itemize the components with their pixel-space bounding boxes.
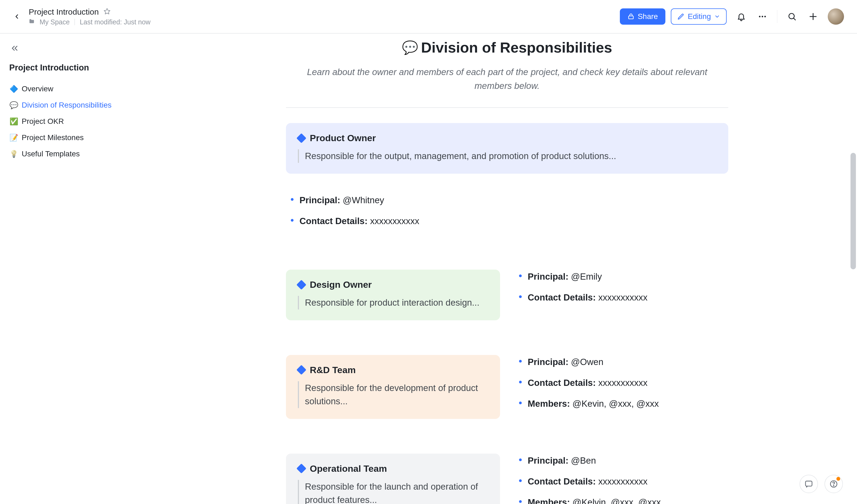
document-title[interactable]: Project Introduction [29, 7, 99, 17]
share-label: Share [638, 12, 658, 21]
share-button[interactable]: Share [620, 9, 666, 25]
list-item: Principal: @Ben [528, 454, 728, 467]
bullet-label: Contact Details: [528, 476, 596, 486]
callout-title: Operational Team [310, 463, 387, 474]
bullet-value: xxxxxxxxxxx [596, 476, 648, 486]
checkmark-icon: ✅ [9, 117, 18, 126]
new-button[interactable] [807, 10, 820, 23]
bullet-value: @Kelvin, @xxx, @xxx [570, 497, 661, 504]
bullet-value: xxxxxxxxxxx [596, 292, 648, 302]
toc-item-milestones[interactable]: 📝 Project Milestones [9, 130, 168, 146]
double-chevron-left-icon [11, 44, 19, 52]
back-button[interactable] [11, 11, 23, 22]
callout-body: Responsible for product interaction desi… [298, 296, 488, 309]
row-design-owner: Design Owner Responsible for product int… [286, 270, 728, 320]
bullet-value: @Kevin, @xxx, @xxx [570, 399, 659, 409]
bullet-value: xxxxxxxxxxx [368, 216, 419, 226]
toc-label: Overview [22, 85, 53, 93]
document-column: 💬 Division of Responsibilities Learn abo… [286, 34, 728, 504]
bullet-value: @Whitney [340, 195, 384, 205]
outline-sidebar: Project Introduction 🔷 Overview 💬 Divisi… [0, 34, 168, 504]
speech-bubble-icon: 💬 [402, 40, 418, 55]
rnd-team-details: Principal: @Owen Contact Details: xxxxxx… [514, 355, 728, 418]
last-modified-text: Last modified: Just now [80, 18, 150, 26]
design-owner-details: Principal: @Emily Contact Details: xxxxx… [514, 270, 728, 311]
svg-point-3 [761, 16, 763, 17]
star-icon[interactable] [103, 8, 111, 16]
toc-item-division[interactable]: 💬 Division of Responsibilities [9, 97, 168, 113]
lightbulb-icon: 💡 [9, 150, 18, 158]
document-scroll-area[interactable]: 💬 Division of Responsibilities Learn abo… [168, 34, 857, 504]
bullet-label: Principal: [528, 271, 568, 282]
floating-toolbar [800, 475, 843, 493]
speech-bubble-icon: 💬 [9, 101, 18, 110]
list-item: Members: @Kevin, @xxx, @xxx [528, 397, 728, 410]
editing-mode-label: Editing [688, 12, 711, 21]
svg-rect-9 [806, 481, 812, 486]
toc-item-okr[interactable]: ✅ Project OKR [9, 113, 168, 130]
folder-icon [29, 18, 35, 26]
ellipsis-icon [758, 12, 767, 21]
bullet-label: Principal: [300, 195, 340, 205]
toc-item-overview[interactable]: 🔷 Overview [9, 81, 168, 97]
svg-point-4 [764, 16, 766, 17]
toc-label: Division of Responsibilities [22, 101, 112, 110]
callout-body: Responsible for the development of produ… [298, 381, 488, 408]
chevron-left-icon [13, 13, 20, 20]
share-icon [627, 13, 635, 20]
toc-label: Project OKR [22, 117, 64, 126]
title-block: Project Introduction My Space Last modif… [29, 7, 150, 26]
list-item: Contact Details: xxxxxxxxxxx [528, 290, 728, 304]
pencil-icon [677, 13, 684, 20]
list-item: Members: @Kelvin, @xxx, @xxx [528, 495, 728, 504]
breadcrumb-separator [74, 19, 75, 25]
bullet-label: Members: [528, 497, 570, 504]
callout-title: Product Owner [310, 133, 376, 143]
diamond-icon [297, 133, 306, 143]
toc-item-templates[interactable]: 💡 Useful Templates [9, 146, 168, 162]
notifications-button[interactable] [735, 10, 748, 23]
divider [286, 107, 728, 108]
editing-mode-button[interactable]: Editing [671, 9, 727, 25]
toc-title: Project Introduction [9, 63, 168, 73]
comments-button[interactable] [800, 475, 818, 493]
bullet-label: Members: [528, 399, 570, 409]
bullet-value: xxxxxxxxxxx [596, 378, 648, 388]
user-avatar[interactable] [828, 9, 844, 25]
scrollbar-track[interactable] [850, 34, 856, 504]
list-item: Principal: @Owen [528, 355, 728, 369]
svg-rect-1 [628, 16, 633, 19]
bullet-label: Contact Details: [528, 292, 596, 302]
operational-team-details: Principal: @Ben Contact Details: xxxxxxx… [514, 454, 728, 504]
callout-title: Design Owner [310, 279, 372, 290]
page-heading-text: Division of Responsibilities [421, 39, 612, 56]
bullet-label: Principal: [528, 455, 568, 466]
callout-rnd-team: R&D Team Responsible for the development… [286, 355, 500, 419]
more-button[interactable] [756, 10, 769, 23]
notification-dot-icon [836, 477, 840, 481]
help-icon [829, 480, 838, 488]
bullet-label: Contact Details: [528, 378, 596, 388]
memo-icon: 📝 [9, 134, 18, 142]
page-heading: 💬 Division of Responsibilities [286, 39, 728, 56]
collapse-sidebar-button[interactable] [9, 43, 20, 54]
bullet-label: Contact Details: [300, 216, 368, 226]
diamond-icon: 🔷 [9, 85, 18, 93]
svg-line-6 [794, 18, 795, 20]
topbar-separator [777, 10, 777, 23]
row-operational-team: Operational Team Responsible for the lau… [286, 454, 728, 504]
callout-body: Responsible for the launch and operation… [298, 480, 488, 504]
search-button[interactable] [786, 10, 799, 23]
list-item: Contact Details: xxxxxxxxxxx [528, 376, 728, 390]
breadcrumb-space[interactable]: My Space [39, 18, 70, 26]
top-bar: Project Introduction My Space Last modif… [0, 0, 857, 34]
toc-label: Project Milestones [22, 133, 84, 142]
diamond-icon [297, 365, 306, 375]
scrollbar-thumb[interactable] [851, 153, 856, 269]
help-button[interactable] [824, 475, 843, 493]
chevron-down-icon [714, 14, 720, 19]
callout-design-owner: Design Owner Responsible for product int… [286, 270, 500, 320]
callout-operational-team: Operational Team Responsible for the lau… [286, 454, 500, 504]
svg-marker-0 [104, 9, 110, 14]
bell-icon [737, 12, 746, 21]
